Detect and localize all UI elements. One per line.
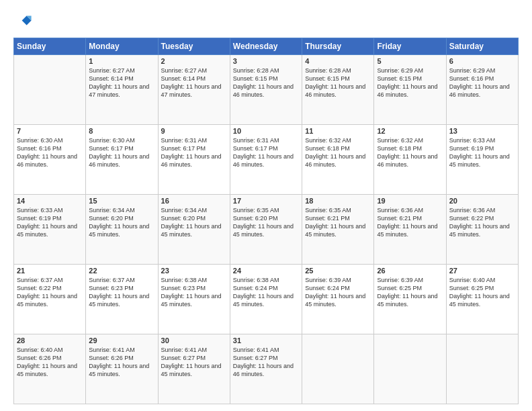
cell-content: Sunrise: 6:37 AMSunset: 6:23 PMDaylight:…: [89, 276, 154, 309]
calendar-cell: 3Sunrise: 6:28 AMSunset: 6:15 PMDaylight…: [230, 55, 302, 125]
calendar-cell: 28Sunrise: 6:40 AMSunset: 6:26 PMDayligh…: [14, 334, 86, 404]
calendar-cell: 29Sunrise: 6:41 AMSunset: 6:26 PMDayligh…: [86, 334, 158, 404]
day-number: 11: [305, 127, 371, 135]
calendar-cell: 8Sunrise: 6:30 AMSunset: 6:17 PMDaylight…: [86, 125, 158, 195]
cell-content: Sunrise: 6:29 AMSunset: 6:15 PMDaylight:…: [377, 66, 443, 99]
cell-content: Sunrise: 6:38 AMSunset: 6:24 PMDaylight:…: [233, 276, 299, 309]
calendar-header-row: SundayMondayTuesdayWednesdayThursdayFrid…: [14, 38, 519, 55]
calendar-cell: [446, 334, 518, 404]
cell-content: Sunrise: 6:40 AMSunset: 6:25 PMDaylight:…: [449, 276, 515, 309]
calendar-cell: 18Sunrise: 6:35 AMSunset: 6:21 PMDayligh…: [302, 195, 374, 265]
cell-content: Sunrise: 6:36 AMSunset: 6:22 PMDaylight:…: [449, 206, 515, 239]
cell-content: Sunrise: 6:32 AMSunset: 6:18 PMDaylight:…: [377, 136, 443, 169]
cell-content: Sunrise: 6:35 AMSunset: 6:20 PMDaylight:…: [233, 206, 299, 239]
calendar-cell: [14, 55, 86, 125]
day-number: 3: [233, 57, 299, 65]
cell-content: Sunrise: 6:36 AMSunset: 6:21 PMDaylight:…: [377, 206, 443, 239]
calendar-cell: 21Sunrise: 6:37 AMSunset: 6:22 PMDayligh…: [14, 265, 86, 334]
day-number: 9: [161, 127, 227, 135]
calendar-cell: 1Sunrise: 6:27 AMSunset: 6:14 PMDaylight…: [86, 55, 158, 125]
calendar-cell: 26Sunrise: 6:39 AMSunset: 6:25 PMDayligh…: [374, 265, 446, 334]
logo-icon: [13, 12, 32, 31]
calendar-cell: 31Sunrise: 6:41 AMSunset: 6:27 PMDayligh…: [230, 334, 302, 404]
cell-content: Sunrise: 6:31 AMSunset: 6:17 PMDaylight:…: [161, 136, 227, 169]
cell-content: Sunrise: 6:37 AMSunset: 6:22 PMDaylight:…: [17, 276, 83, 309]
day-number: 8: [89, 127, 154, 135]
calendar-cell: 13Sunrise: 6:33 AMSunset: 6:19 PMDayligh…: [446, 125, 518, 195]
cell-content: Sunrise: 6:30 AMSunset: 6:17 PMDaylight:…: [89, 136, 154, 169]
day-number: 26: [377, 267, 443, 275]
page: SundayMondayTuesdayWednesdayThursdayFrid…: [0, 0, 532, 411]
day-number: 5: [377, 57, 443, 65]
weekday-header: Tuesday: [158, 38, 230, 55]
day-number: 28: [17, 336, 83, 345]
weekday-header: Monday: [86, 38, 158, 55]
calendar-cell: 9Sunrise: 6:31 AMSunset: 6:17 PMDaylight…: [158, 125, 230, 195]
weekday-header: Friday: [374, 38, 446, 55]
day-number: 21: [17, 267, 83, 275]
cell-content: Sunrise: 6:41 AMSunset: 6:26 PMDaylight:…: [89, 346, 154, 379]
weekday-header: Saturday: [446, 38, 518, 55]
day-number: 13: [449, 127, 515, 135]
cell-content: Sunrise: 6:40 AMSunset: 6:26 PMDaylight:…: [17, 346, 83, 379]
day-number: 1: [89, 57, 154, 65]
weekday-header: Sunday: [14, 38, 86, 55]
calendar-week-row: 1Sunrise: 6:27 AMSunset: 6:14 PMDaylight…: [14, 55, 519, 125]
calendar-cell: 2Sunrise: 6:27 AMSunset: 6:14 PMDaylight…: [158, 55, 230, 125]
calendar-cell: 27Sunrise: 6:40 AMSunset: 6:25 PMDayligh…: [446, 265, 518, 334]
day-number: 14: [17, 197, 83, 205]
day-number: 20: [449, 197, 515, 205]
calendar-cell: 10Sunrise: 6:31 AMSunset: 6:17 PMDayligh…: [230, 125, 302, 195]
calendar-cell: 15Sunrise: 6:34 AMSunset: 6:20 PMDayligh…: [86, 195, 158, 265]
cell-content: Sunrise: 6:31 AMSunset: 6:17 PMDaylight:…: [233, 136, 299, 169]
day-number: 6: [449, 57, 515, 65]
calendar-week-row: 21Sunrise: 6:37 AMSunset: 6:22 PMDayligh…: [14, 265, 519, 334]
day-number: 30: [161, 336, 227, 345]
day-number: 29: [89, 336, 154, 345]
cell-content: Sunrise: 6:27 AMSunset: 6:14 PMDaylight:…: [161, 66, 227, 99]
calendar-table: SundayMondayTuesdayWednesdayThursdayFrid…: [13, 38, 519, 404]
cell-content: Sunrise: 6:39 AMSunset: 6:25 PMDaylight:…: [377, 276, 443, 309]
logo: [13, 12, 35, 31]
day-number: 27: [449, 267, 515, 275]
calendar-week-row: 14Sunrise: 6:33 AMSunset: 6:19 PMDayligh…: [14, 195, 519, 265]
day-number: 24: [233, 267, 299, 275]
calendar-cell: 4Sunrise: 6:28 AMSunset: 6:15 PMDaylight…: [302, 55, 374, 125]
cell-content: Sunrise: 6:34 AMSunset: 6:20 PMDaylight:…: [161, 206, 227, 239]
day-number: 31: [233, 336, 299, 345]
cell-content: Sunrise: 6:29 AMSunset: 6:16 PMDaylight:…: [449, 66, 515, 99]
calendar-cell: 20Sunrise: 6:36 AMSunset: 6:22 PMDayligh…: [446, 195, 518, 265]
cell-content: Sunrise: 6:41 AMSunset: 6:27 PMDaylight:…: [233, 346, 299, 379]
cell-content: Sunrise: 6:27 AMSunset: 6:14 PMDaylight:…: [89, 66, 154, 99]
calendar-cell: 22Sunrise: 6:37 AMSunset: 6:23 PMDayligh…: [86, 265, 158, 334]
day-number: 15: [89, 197, 154, 205]
day-number: 7: [17, 127, 83, 135]
day-number: 23: [161, 267, 227, 275]
day-number: 10: [233, 127, 299, 135]
calendar-cell: 7Sunrise: 6:30 AMSunset: 6:16 PMDaylight…: [14, 125, 86, 195]
day-number: 4: [305, 57, 371, 65]
calendar-cell: 25Sunrise: 6:39 AMSunset: 6:24 PMDayligh…: [302, 265, 374, 334]
day-number: 25: [305, 267, 371, 275]
cell-content: Sunrise: 6:34 AMSunset: 6:20 PMDaylight:…: [89, 206, 154, 239]
day-number: 19: [377, 197, 443, 205]
cell-content: Sunrise: 6:28 AMSunset: 6:15 PMDaylight:…: [233, 66, 299, 99]
day-number: 16: [161, 197, 227, 205]
day-number: 22: [89, 267, 154, 275]
calendar-cell: 12Sunrise: 6:32 AMSunset: 6:18 PMDayligh…: [374, 125, 446, 195]
calendar-cell: 16Sunrise: 6:34 AMSunset: 6:20 PMDayligh…: [158, 195, 230, 265]
day-number: 12: [377, 127, 443, 135]
calendar-cell: 14Sunrise: 6:33 AMSunset: 6:19 PMDayligh…: [14, 195, 86, 265]
cell-content: Sunrise: 6:28 AMSunset: 6:15 PMDaylight:…: [305, 66, 371, 99]
calendar-cell: 24Sunrise: 6:38 AMSunset: 6:24 PMDayligh…: [230, 265, 302, 334]
cell-content: Sunrise: 6:33 AMSunset: 6:19 PMDaylight:…: [17, 206, 83, 239]
day-number: 2: [161, 57, 227, 65]
calendar-cell: 30Sunrise: 6:41 AMSunset: 6:27 PMDayligh…: [158, 334, 230, 404]
cell-content: Sunrise: 6:33 AMSunset: 6:19 PMDaylight:…: [449, 136, 515, 169]
cell-content: Sunrise: 6:32 AMSunset: 6:18 PMDaylight:…: [305, 136, 371, 169]
cell-content: Sunrise: 6:35 AMSunset: 6:21 PMDaylight:…: [305, 206, 371, 239]
calendar-cell: 23Sunrise: 6:38 AMSunset: 6:23 PMDayligh…: [158, 265, 230, 334]
calendar-cell: 17Sunrise: 6:35 AMSunset: 6:20 PMDayligh…: [230, 195, 302, 265]
cell-content: Sunrise: 6:38 AMSunset: 6:23 PMDaylight:…: [161, 276, 227, 309]
calendar-week-row: 28Sunrise: 6:40 AMSunset: 6:26 PMDayligh…: [14, 334, 519, 404]
